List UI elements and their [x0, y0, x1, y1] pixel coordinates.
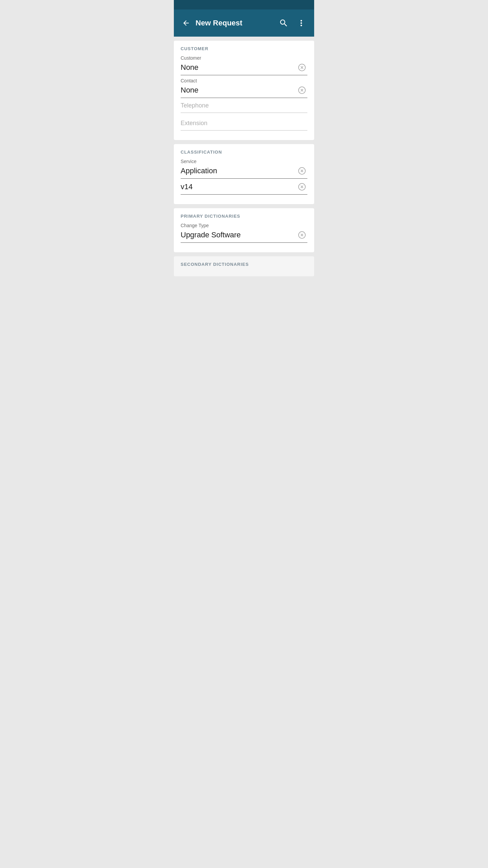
- service-clear-icon: [298, 167, 306, 175]
- contact-field-row[interactable]: None: [181, 85, 307, 98]
- extension-placeholder[interactable]: Extension: [181, 118, 307, 131]
- page-title: New Request: [196, 19, 276, 27]
- search-icon: [279, 18, 288, 28]
- version-clear-button[interactable]: [297, 181, 307, 192]
- back-icon: [182, 19, 190, 27]
- status-bar: [174, 0, 314, 9]
- extension-field-group: Extension: [181, 118, 307, 131]
- classification-section: CLASSIFICATION Service Application v14: [174, 144, 314, 204]
- service-value: Application: [181, 166, 297, 175]
- change-type-clear-button[interactable]: [297, 230, 307, 240]
- customer-value: None: [181, 63, 297, 72]
- customer-label: Customer: [181, 55, 307, 61]
- version-field-group: v14: [181, 181, 307, 195]
- version-value: v14: [181, 182, 297, 191]
- secondary-dictionaries-title: SECONDARY DICTIONARIES: [181, 262, 307, 267]
- change-type-clear-icon: [298, 231, 306, 239]
- app-bar: New Request: [174, 9, 314, 37]
- main-content: CUSTOMER Customer None Contact None: [174, 37, 314, 280]
- classification-section-title: CLASSIFICATION: [181, 150, 307, 155]
- telephone-field-group: Telephone: [181, 101, 307, 113]
- service-label: Service: [181, 159, 307, 164]
- service-field-row[interactable]: Application: [181, 165, 307, 179]
- customer-section-title: CUSTOMER: [181, 46, 307, 51]
- change-type-field-group: Change Type Upgrade Software: [181, 223, 307, 243]
- contact-clear-icon: [298, 86, 306, 94]
- contact-clear-button[interactable]: [297, 85, 307, 96]
- customer-section: CUSTOMER Customer None Contact None: [174, 41, 314, 140]
- service-clear-button[interactable]: [297, 165, 307, 176]
- customer-field-group: Customer None: [181, 55, 307, 75]
- secondary-dictionaries-section: SECONDARY DICTIONARIES: [174, 256, 314, 276]
- contact-value: None: [181, 86, 297, 95]
- customer-field-row[interactable]: None: [181, 62, 307, 75]
- version-field-row[interactable]: v14: [181, 181, 307, 195]
- app-bar-actions: [276, 16, 309, 31]
- search-button[interactable]: [276, 16, 291, 31]
- primary-dictionaries-section: PRIMARY DICTIONARIES Change Type Upgrade…: [174, 208, 314, 252]
- telephone-placeholder[interactable]: Telephone: [181, 101, 307, 113]
- primary-dictionaries-title: PRIMARY DICTIONARIES: [181, 214, 307, 219]
- more-options-button[interactable]: [294, 16, 309, 31]
- back-button[interactable]: [179, 16, 193, 30]
- version-clear-icon: [298, 183, 306, 191]
- change-type-label: Change Type: [181, 223, 307, 228]
- contact-field-group: Contact None: [181, 78, 307, 98]
- contact-label: Contact: [181, 78, 307, 83]
- customer-clear-button[interactable]: [297, 62, 307, 73]
- more-icon: [297, 18, 306, 28]
- change-type-field-row[interactable]: Upgrade Software: [181, 230, 307, 243]
- service-field-group: Service Application: [181, 159, 307, 179]
- customer-clear-icon: [298, 63, 306, 72]
- change-type-value: Upgrade Software: [181, 231, 297, 239]
